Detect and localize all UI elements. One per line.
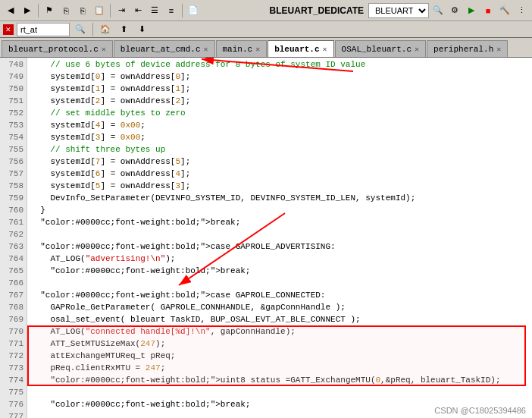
config-dropdown[interactable]: BLEUART_DEDICATE <box>368 3 429 18</box>
extra-button[interactable]: ⋮ <box>514 3 529 18</box>
code-line: systemId[0] = ownAddress[0]; <box>30 71 529 83</box>
code-line: systemId[1] = ownAddress[1]; <box>30 83 529 95</box>
code-line: GAPRole_GetParameter( GAPROLE_CONNHANDLE… <box>30 301 529 313</box>
line-number: 767 <box>0 289 23 301</box>
code-line: osal_set_event( bleuart TaskID, BUP_OSAL… <box>30 313 529 325</box>
line-number: 768 <box>0 301 23 313</box>
project-title: BLEUART_DEDICATE <box>270 5 364 16</box>
run-button[interactable]: ▶ <box>464 3 479 18</box>
tab-bleuart-at-cmd[interactable]: bleuart_at_cmd.c ✕ <box>114 40 215 57</box>
tab-peripheral-h[interactable]: peripheral.h ✕ <box>427 40 508 57</box>
line-number: 762 <box>0 228 23 240</box>
line-number: 774 <box>0 374 23 386</box>
nav-button3[interactable]: ⬇ <box>134 22 149 37</box>
line-number: 770 <box>0 325 23 338</box>
line-number: 749 <box>0 71 23 83</box>
code-line: ATT_SetMTUSizeMax(247); <box>30 338 529 350</box>
tab-close-icon3[interactable]: ✕ <box>255 45 260 54</box>
doc-button[interactable]: 📄 <box>186 3 201 18</box>
outdent-button[interactable]: ⇤ <box>130 3 146 18</box>
divider3 <box>182 4 183 17</box>
code-line: // shift three bytes up <box>30 143 529 156</box>
search-exec-button[interactable]: 🔍 <box>73 22 88 37</box>
code-line <box>30 386 529 398</box>
list1-button[interactable]: ☰ <box>147 3 162 18</box>
nav-button2[interactable]: ⬆ <box>116 22 131 37</box>
line-number: 775 <box>0 386 23 398</box>
close-pane-button[interactable]: ✕ <box>3 24 14 35</box>
indent-button[interactable]: ⇥ <box>114 3 129 18</box>
line-number: 765 <box>0 265 23 277</box>
code-line: AT_LOG("advertising!\n"); <box>30 253 529 265</box>
divider1 <box>38 4 39 17</box>
line-number: 766 <box>0 277 23 289</box>
code-line: // set middle bytes to zero <box>30 107 529 119</box>
line-number: 763 <box>0 240 23 253</box>
code-line: pReq.clientRxMTU = 247; <box>30 362 529 374</box>
tab-osal-bleuart[interactable]: OSAL_bleuart.c ✕ <box>335 40 426 57</box>
tab-bleuart[interactable]: bleuart.c ✕ <box>268 40 333 57</box>
search-bar: ✕ 🔍 🏠 ⬆ ⬇ <box>0 21 532 38</box>
line-numbers: 7487497507517527537547557567577587597607… <box>0 58 27 418</box>
tab-bar: bleuart_protocol.c ✕ bleuart_at_cmd.c ✕ … <box>0 38 532 58</box>
watermark: CSDN @C18025394486 <box>434 406 526 415</box>
code-area[interactable]: // use 6 bytes of device address for 8 b… <box>27 58 532 418</box>
copy-button[interactable]: ⎘ <box>58 3 74 18</box>
line-number: 776 <box>0 398 23 410</box>
code-line <box>30 228 529 240</box>
code-line: "color:#0000cc;font-weight:bold;">uint8 … <box>30 374 529 386</box>
code-line: } <box>30 204 529 216</box>
search-button[interactable]: 🔍 <box>430 3 446 18</box>
tab-close-icon2[interactable]: ✕ <box>203 45 208 54</box>
code-line: attExchangeMTUReq_t pReq; <box>30 350 529 362</box>
line-number: 777 <box>0 410 23 418</box>
search-input[interactable] <box>17 23 70 36</box>
line-number: 755 <box>0 143 23 156</box>
code-line: DevInfo_SetParameter(DEVINFO_SYSTEM_ID, … <box>30 192 529 204</box>
code-line: systemId[4] = 0x00; <box>30 119 529 131</box>
line-number: 754 <box>0 131 23 143</box>
divider2 <box>110 4 111 17</box>
code-line: AT_LOG("connected handle[%d]!\n", gapCon… <box>30 325 529 338</box>
line-number: 761 <box>0 216 23 228</box>
code-line: systemId[3] = 0x00; <box>30 131 529 143</box>
line-number: 751 <box>0 95 23 107</box>
forward-button[interactable]: ▶ <box>20 3 35 18</box>
nav-button1[interactable]: 🏠 <box>98 22 113 37</box>
line-number: 757 <box>0 168 23 180</box>
main-toolbar: ◀ ▶ ⚑ ⎘ ⎘ 📋 ⇥ ⇤ ☰ ≡ 📄 BLEUART_DEDICATE B… <box>0 0 532 21</box>
line-number: 773 <box>0 362 23 374</box>
tab-close-icon6[interactable]: ✕ <box>496 45 501 54</box>
line-number: 772 <box>0 350 23 362</box>
code-line: "color:#0000cc;font-weight:bold;">break; <box>30 265 529 277</box>
code-line: systemId[2] = ownAddress[2]; <box>30 95 529 107</box>
code-line: systemId[7] = ownAddress[5]; <box>30 156 529 168</box>
back-button[interactable]: ◀ <box>3 3 18 18</box>
line-number: 760 <box>0 204 23 216</box>
copy2-button[interactable]: ⎘ <box>75 3 90 18</box>
flag-button[interactable]: ⚑ <box>42 3 57 18</box>
code-line: systemId[6] = ownAddress[4]; <box>30 168 529 180</box>
line-number: 756 <box>0 156 23 168</box>
stop-button[interactable]: ■ <box>480 3 496 18</box>
tab-close-icon4[interactable]: ✕ <box>323 45 327 54</box>
build-button[interactable]: 🔨 <box>497 3 512 18</box>
settings-button[interactable]: ⚙ <box>447 3 462 18</box>
tab-close-icon5[interactable]: ✕ <box>415 45 419 54</box>
code-line: systemId[5] = ownAddress[3]; <box>30 180 529 192</box>
code-line <box>30 277 529 289</box>
line-number: 758 <box>0 180 23 192</box>
list2-button[interactable]: ≡ <box>164 3 179 18</box>
line-number: 753 <box>0 119 23 131</box>
tab-close-icon[interactable]: ✕ <box>102 45 106 54</box>
line-number: 748 <box>0 58 23 71</box>
editor-container: 7487497507517527537547557567577587597607… <box>0 58 532 418</box>
line-number: 750 <box>0 83 23 95</box>
tab-main[interactable]: main.c ✕ <box>216 40 268 57</box>
tab-bleuart-protocol[interactable]: bleuart_protocol.c ✕ <box>2 40 113 57</box>
code-line: // use 6 bytes of device address for 8 b… <box>30 58 529 71</box>
code-line: "color:#0000cc;font-weight:bold;">break; <box>30 216 529 228</box>
line-number: 759 <box>0 192 23 204</box>
code-line: "color:#0000cc;font-weight:bold;">case G… <box>30 289 529 301</box>
paste-button[interactable]: 📋 <box>92 3 107 18</box>
